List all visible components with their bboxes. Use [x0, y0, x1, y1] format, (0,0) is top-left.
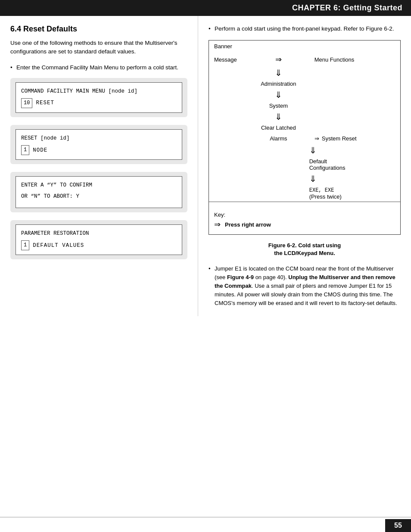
code-num-2: 1 [21, 145, 29, 155]
fig-down-4 [248, 144, 309, 156]
left-column: 6.4 Reset Defaults Use one of the follow… [0, 16, 198, 316]
code-line-1: COMMAND FACILITY MAIN MENU [node id] [21, 87, 177, 96]
fig-blank-right1 [309, 40, 400, 52]
code-line-2: RESET [node id] [21, 134, 177, 143]
fig-down-2: ⇓ [248, 89, 309, 101]
fig-clear-latched: Clear Latched [248, 123, 309, 133]
figure-row-down5: ⇓ [209, 173, 400, 185]
chapter-header: CHAPTER 6: Getting Started [0, 0, 411, 16]
fig-exe: EXE, EXE(Press twice) [309, 185, 400, 202]
code-num-4: 1 [21, 240, 29, 250]
code-label-4: DEFAULT VALUES [33, 241, 84, 250]
code-label-1: RESET [36, 99, 54, 107]
bullet-item-1: Enter the Command Facility Main Menu to … [10, 63, 187, 72]
fig-arrow-right-1: ⇒ [248, 52, 309, 67]
figure-box: Banner Message ⇒ Menu Functions ⇓ [209, 40, 401, 235]
code-label-2: NODE [33, 146, 47, 155]
code-box-1: COMMAND FACILITY MAIN MENU [node id] 10 … [10, 78, 187, 117]
figure-row-down3: ⇓ [209, 111, 400, 123]
fig-banner: Banner [209, 40, 248, 52]
figure-row-key: Key: ⇒ Press right arrow [209, 202, 400, 235]
fig-down-3: ⇓ [248, 111, 309, 123]
figure-row-admin: Administration [209, 79, 400, 89]
code-num-1: 10 [21, 98, 32, 108]
intro-text: Use one of the following methods to ensu… [10, 39, 187, 56]
figure-row-down4: ⇓ [209, 144, 400, 156]
figure-row-default-config: DefaultConfigurations [209, 156, 400, 173]
figure-caption: Figure 6-2. Cold start using the LCD/Key… [209, 242, 401, 257]
figure-row-system: System [209, 101, 400, 111]
code-box-4: PARAMETER RESTORATION 1 DEFAULT VALUES [10, 220, 187, 259]
key-arrow-icon: ⇒ [214, 220, 221, 229]
right-column: Perform a cold start using the front-pan… [198, 16, 411, 316]
code-line-4: PARAMETER RESTORATION [21, 229, 177, 238]
page-number: 55 [385, 519, 411, 532]
figure-caption-line2: the LCD/Keypad Menu. [274, 250, 335, 256]
fig-down-4b: ⇓ [309, 144, 400, 156]
fig-down-1: ⇓ [248, 67, 309, 79]
fig-key-label: Key: ⇒ Press right arrow [209, 202, 400, 235]
fig-administration: Administration [248, 79, 309, 89]
code-box-3: ENTER A “Y” TO CONFIRM OR “N” TO ABORT: … [10, 172, 187, 212]
key-label: Key: [214, 212, 225, 218]
key-desc: Press right arrow [225, 221, 271, 228]
fig-system: System [248, 101, 309, 111]
section-title: 6.4 Reset Defaults [10, 25, 187, 34]
fig-menu-functions: Menu Functions [309, 52, 400, 67]
footer-line [0, 517, 411, 517]
fig-arrow-system-reset: ⇒System Reset [309, 133, 400, 144]
right-bullet-1: Perform a cold start using the front-pan… [209, 25, 401, 33]
figure-caption-line1: Figure 6-2. Cold start using [268, 242, 341, 249]
figure-row-message: Message ⇒ Menu Functions [209, 52, 400, 67]
figure-row-banner: Banner [209, 40, 400, 52]
figure-row-clear-latched: Clear Latched [209, 123, 400, 133]
figure-row-down1: ⇓ [209, 67, 400, 79]
figure-row-exe: EXE, EXE(Press twice) [209, 185, 400, 202]
code-box-2: RESET [node id] 1 NODE [10, 125, 187, 164]
fig-down-5: ⇓ [309, 173, 400, 185]
code-line-3b: OR “N” TO ABORT: Y [21, 192, 177, 201]
fig-message: Message [209, 52, 248, 67]
figure-row-down2: ⇓ [209, 89, 400, 101]
fig-alarms: Alarms [248, 133, 309, 144]
bottom-bullet: Jumper E1 is located on the CCM board ne… [209, 264, 401, 308]
fig-default-configurations: DefaultConfigurations [309, 156, 400, 173]
fig-blank-mid1 [248, 40, 309, 52]
figure-row-alarms: Alarms ⇒System Reset [209, 133, 400, 144]
code-line-3a: ENTER A “Y” TO CONFIRM [21, 181, 177, 190]
